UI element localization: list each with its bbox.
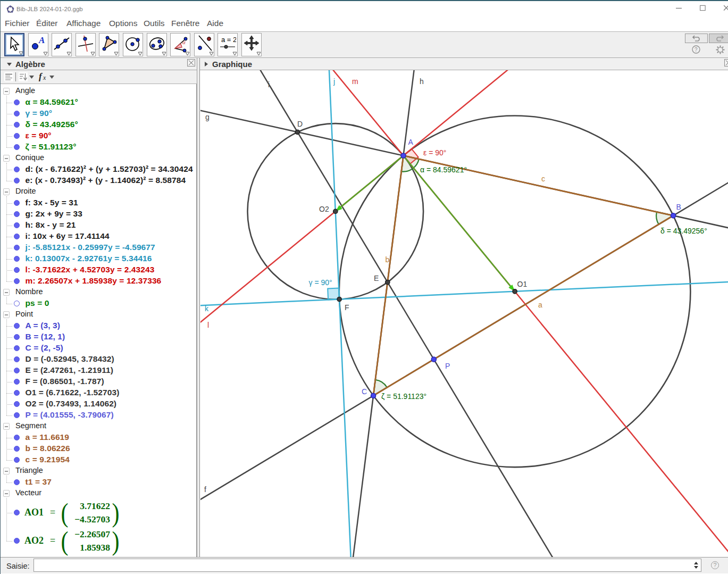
svg-text:l: l <box>207 321 209 329</box>
svg-text:A: A <box>38 35 45 45</box>
svg-text:b: b <box>386 255 390 264</box>
svg-text:k: k <box>205 304 209 313</box>
svg-text:F: F <box>345 303 349 312</box>
svg-text:P: P <box>445 362 450 370</box>
svg-text:g: g <box>205 113 210 121</box>
svg-text:?: ? <box>694 47 698 53</box>
svg-text:B: B <box>676 203 681 211</box>
svg-text:h: h <box>420 77 424 86</box>
svg-text:m: m <box>352 77 358 86</box>
svg-text:A: A <box>408 138 414 146</box>
svg-text:D: D <box>297 120 303 128</box>
svg-text:γ = 90°: γ = 90° <box>309 278 332 287</box>
svg-text:i: i <box>268 80 270 89</box>
svg-text:j: j <box>333 77 335 86</box>
svg-text:a = 2: a = 2 <box>221 36 236 44</box>
svg-text:O2: O2 <box>319 205 329 213</box>
svg-text:C: C <box>362 387 367 396</box>
svg-text:α = 84.59621°: α = 84.59621° <box>420 165 467 174</box>
svg-text:a: a <box>538 301 542 309</box>
svg-text:f: f <box>204 485 206 494</box>
svg-text:ζ = 51.91123°: ζ = 51.91123° <box>381 392 426 401</box>
svg-text:δ = 43.49256°: δ = 43.49256° <box>660 227 707 235</box>
svg-text:E: E <box>374 274 379 282</box>
svg-text:ε = 90°: ε = 90° <box>423 148 446 157</box>
svg-text:c: c <box>541 174 545 183</box>
svg-text:O1: O1 <box>517 280 528 288</box>
